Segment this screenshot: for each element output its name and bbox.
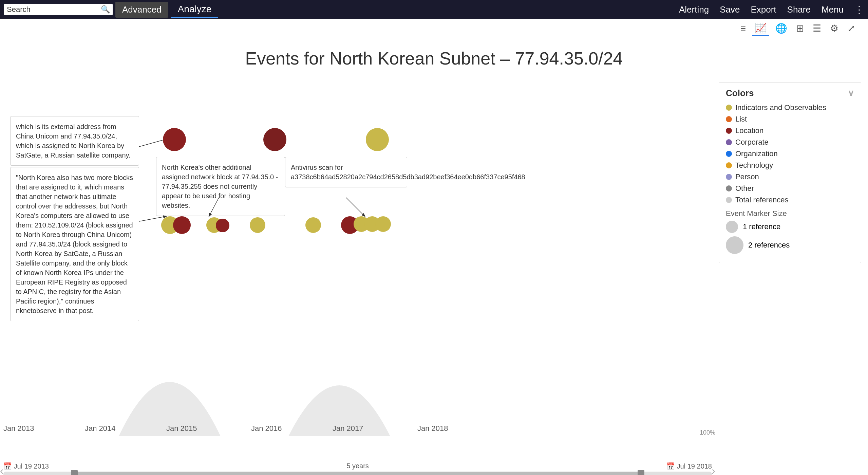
event-card-3: North Korea's other additional assigned … (156, 157, 285, 216)
color-item-location: Location (726, 126, 854, 135)
circle-yellow-6c[interactable] (375, 216, 391, 232)
calendar-icon-start: 📅 (3, 462, 12, 470)
svg-line-3 (346, 198, 365, 216)
event-card-1: which is its external address from China… (10, 116, 139, 166)
event-card-4: Antivirus scan for a3738c6b64ad52820a2c7… (285, 157, 407, 187)
color-dot-corporate (726, 139, 732, 145)
date-jan2017: Jan 2017 (333, 424, 363, 433)
export-link[interactable]: Export (751, 4, 776, 15)
color-item-organization: Organization (726, 149, 854, 158)
colors-panel-header: Colors ∨ (726, 88, 854, 98)
date-jan2013: Jan 2013 (3, 424, 34, 433)
color-dot-other (726, 185, 732, 191)
save-link[interactable]: Save (720, 4, 740, 15)
timeline-axis-line (0, 436, 719, 436)
fullscreen-button[interactable]: ⤢ (845, 21, 858, 35)
advanced-button[interactable]: Advanced (115, 2, 168, 18)
color-item-list: List (726, 115, 854, 124)
range-fill (74, 472, 641, 475)
marker-size-row-1: 1 reference (726, 221, 854, 233)
search-input[interactable] (7, 5, 99, 14)
list-view-button[interactable]: ≡ (738, 22, 749, 35)
analyze-tab[interactable]: Analyze (171, 1, 219, 18)
circle-darkred-2[interactable] (263, 128, 286, 151)
range-track[interactable] (3, 472, 712, 475)
detail-view-button[interactable]: ☰ (810, 21, 824, 35)
range-thumb-right[interactable] (638, 470, 644, 475)
alerting-link[interactable]: Alerting (679, 4, 709, 15)
color-item-technology: Technology (726, 161, 854, 170)
event-card-2: "North Korea also has two more blocks th… (10, 167, 139, 321)
marker-size-label: Event Marker Size (726, 209, 854, 218)
percent-label: 100% (700, 429, 715, 436)
range-start-label: 📅 Jul 19 2013 (3, 462, 49, 470)
menu-link[interactable]: Menu (822, 4, 844, 15)
color-item-person: Person (726, 172, 854, 181)
marker-circle-1 (726, 221, 738, 233)
date-jan2016: Jan 2016 (251, 424, 282, 433)
color-dot-indicators (726, 105, 732, 111)
timeline-nav-left[interactable]: ‹ (0, 464, 4, 475)
timeline-nav-right[interactable]: › (712, 464, 715, 475)
density-svg (0, 328, 611, 436)
color-dot-person (726, 174, 732, 180)
chart-view-button[interactable]: 📈 (752, 21, 769, 36)
range-thumb-left[interactable] (71, 470, 78, 475)
circle-yellow-4[interactable] (250, 217, 265, 233)
top-nav: 🔍 Advanced Analyze Alerting Save Export … (0, 0, 868, 19)
settings-button[interactable]: ⚙ (827, 21, 841, 35)
range-duration-label: 5 years (346, 462, 369, 470)
color-item-corporate: Corporate (726, 138, 854, 147)
date-jan2014: Jan 2014 (85, 424, 116, 433)
timeline-area: which is its external address from China… (0, 75, 719, 475)
date-jan2015: Jan 2015 (166, 424, 197, 433)
color-dot-total (726, 197, 732, 203)
circle-darkred-3[interactable] (173, 216, 191, 234)
search-button[interactable]: 🔍 (101, 5, 110, 14)
range-end-label: 📅 Jul 19 2018 (666, 462, 712, 470)
toolbar: ≡ 📈 🌐 ⊞ ☰ ⚙ ⤢ (0, 19, 868, 38)
color-item-total: Total references (726, 196, 854, 204)
nav-links: Alerting Save Export Share Menu ⋮ (679, 4, 864, 15)
color-dot-list (726, 116, 732, 122)
date-jan2018: Jan 2018 (417, 424, 448, 433)
search-box[interactable]: 🔍 (4, 4, 113, 15)
range-area: 📅 Jul 19 2013 5 years 📅 Jul 19 2018 (0, 462, 715, 475)
calendar-icon-end: 📅 (666, 462, 675, 470)
colors-panel: Colors ∨ Indicators and Observables List… (719, 82, 861, 263)
color-dot-organization (726, 151, 732, 157)
marker-circle-2 (726, 236, 743, 254)
color-dot-technology (726, 162, 732, 168)
circle-yellow-5[interactable] (305, 217, 321, 233)
circle-yellow-1[interactable] (366, 128, 389, 151)
grid-view-button[interactable]: ⊞ (793, 21, 807, 35)
share-link[interactable]: Share (787, 4, 811, 15)
color-item-indicators: Indicators and Observables (726, 103, 854, 112)
circle-darkred-4[interactable] (216, 219, 229, 232)
colors-panel-collapse-icon[interactable]: ∨ (848, 88, 854, 98)
page-title: Events for North Korean Subnet – 77.94.3… (0, 48, 868, 69)
more-options-icon[interactable]: ⋮ (854, 4, 864, 15)
color-item-other: Other (726, 184, 854, 193)
circle-darkred-1[interactable] (163, 128, 186, 151)
color-dot-location (726, 128, 732, 134)
main-content: which is its external address from China… (0, 75, 868, 475)
marker-size-row-2: 2 references (726, 236, 854, 254)
map-view-button[interactable]: 🌐 (773, 21, 790, 35)
